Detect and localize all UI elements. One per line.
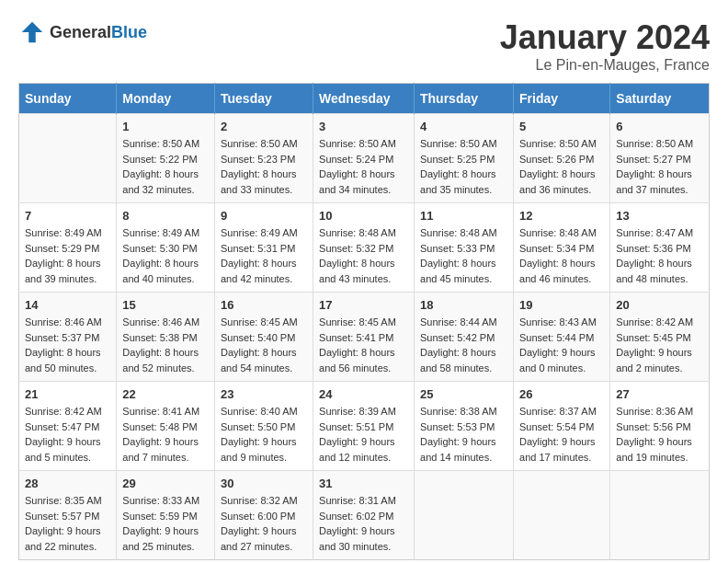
day-info: Sunrise: 8:46 AM Sunset: 5:37 PM Dayligh… [25, 315, 110, 375]
calendar-week-row: 7Sunrise: 8:49 AM Sunset: 5:29 PM Daylig… [19, 203, 710, 293]
day-info: Sunrise: 8:50 AM Sunset: 5:22 PM Dayligh… [122, 136, 209, 197]
day-info: Sunrise: 8:39 AM Sunset: 5:51 PM Dayligh… [319, 404, 408, 465]
calendar-body: 1Sunrise: 8:50 AM Sunset: 5:22 PM Daylig… [19, 114, 710, 560]
day-number: 13 [616, 209, 703, 223]
logo-text-general: General [50, 23, 111, 41]
day-info: Sunrise: 8:40 AM Sunset: 5:50 PM Dayligh… [221, 404, 307, 465]
calendar-cell: 5Sunrise: 8:50 AM Sunset: 5:26 PM Daylig… [514, 114, 610, 203]
calendar-cell: 19Sunrise: 8:43 AM Sunset: 5:44 PM Dayli… [514, 293, 610, 382]
day-number: 24 [319, 387, 408, 401]
calendar-cell: 18Sunrise: 8:44 AM Sunset: 5:42 PM Dayli… [415, 293, 514, 382]
month-year: January 2024 [500, 18, 710, 57]
day-number: 19 [519, 298, 604, 312]
day-number: 4 [420, 120, 507, 133]
calendar-cell: 15Sunrise: 8:46 AM Sunset: 5:38 PM Dayli… [117, 293, 215, 382]
calendar-cell: 8Sunrise: 8:49 AM Sunset: 5:30 PM Daylig… [117, 203, 215, 293]
calendar-cell: 2Sunrise: 8:50 AM Sunset: 5:23 PM Daylig… [215, 114, 313, 203]
day-number: 11 [420, 209, 507, 223]
calendar-cell: 1Sunrise: 8:50 AM Sunset: 5:22 PM Daylig… [117, 114, 215, 203]
day-info: Sunrise: 8:46 AM Sunset: 5:38 PM Dayligh… [122, 315, 209, 375]
calendar-cell [610, 471, 710, 560]
logo-text-blue: Blue [111, 23, 147, 41]
calendar-table: SundayMondayTuesdayWednesdayThursdayFrid… [18, 83, 710, 560]
calendar-week-row: 21Sunrise: 8:42 AM Sunset: 5:47 PM Dayli… [19, 382, 710, 471]
day-info: Sunrise: 8:31 AM Sunset: 6:02 PM Dayligh… [319, 493, 408, 554]
day-number: 25 [420, 387, 507, 401]
weekday-header: Wednesday [313, 84, 415, 114]
day-number: 6 [616, 120, 703, 133]
calendar-cell: 3Sunrise: 8:50 AM Sunset: 5:24 PM Daylig… [313, 114, 415, 203]
day-number: 10 [319, 209, 408, 223]
day-number: 18 [420, 298, 507, 312]
calendar-week-row: 14Sunrise: 8:46 AM Sunset: 5:37 PM Dayli… [19, 293, 710, 382]
day-info: Sunrise: 8:32 AM Sunset: 6:00 PM Dayligh… [221, 493, 307, 554]
calendar-cell: 31Sunrise: 8:31 AM Sunset: 6:02 PM Dayli… [313, 471, 415, 560]
calendar-cell: 27Sunrise: 8:36 AM Sunset: 5:56 PM Dayli… [610, 382, 710, 471]
calendar-cell: 14Sunrise: 8:46 AM Sunset: 5:37 PM Dayli… [19, 293, 117, 382]
day-info: Sunrise: 8:49 AM Sunset: 5:31 PM Dayligh… [221, 225, 307, 286]
day-number: 9 [221, 209, 307, 223]
day-info: Sunrise: 8:49 AM Sunset: 5:29 PM Dayligh… [25, 225, 110, 286]
day-info: Sunrise: 8:50 AM Sunset: 5:27 PM Dayligh… [616, 136, 703, 197]
day-number: 30 [221, 477, 307, 490]
calendar-cell: 9Sunrise: 8:49 AM Sunset: 5:31 PM Daylig… [215, 203, 313, 293]
day-info: Sunrise: 8:50 AM Sunset: 5:24 PM Dayligh… [319, 136, 408, 197]
day-info: Sunrise: 8:38 AM Sunset: 5:53 PM Dayligh… [420, 404, 507, 465]
day-number: 2 [221, 120, 307, 133]
weekday-header: Tuesday [215, 84, 313, 114]
calendar-cell: 22Sunrise: 8:41 AM Sunset: 5:48 PM Dayli… [117, 382, 215, 471]
day-info: Sunrise: 8:48 AM Sunset: 5:34 PM Dayligh… [519, 225, 604, 286]
calendar-cell: 10Sunrise: 8:48 AM Sunset: 5:32 PM Dayli… [313, 203, 415, 293]
day-info: Sunrise: 8:41 AM Sunset: 5:48 PM Dayligh… [122, 404, 209, 465]
calendar-cell [415, 471, 514, 560]
calendar-week-row: 1Sunrise: 8:50 AM Sunset: 5:22 PM Daylig… [19, 114, 710, 203]
logo-icon [18, 18, 46, 46]
calendar-cell: 7Sunrise: 8:49 AM Sunset: 5:29 PM Daylig… [19, 203, 117, 293]
calendar-cell: 13Sunrise: 8:47 AM Sunset: 5:36 PM Dayli… [610, 203, 710, 293]
calendar-cell [514, 471, 610, 560]
location: Le Pin-en-Mauges, France [500, 57, 710, 74]
weekday-header: Saturday [610, 84, 710, 114]
calendar-cell: 4Sunrise: 8:50 AM Sunset: 5:25 PM Daylig… [415, 114, 514, 203]
day-number: 31 [319, 477, 408, 490]
day-info: Sunrise: 8:47 AM Sunset: 5:36 PM Dayligh… [616, 225, 703, 286]
calendar-cell: 17Sunrise: 8:45 AM Sunset: 5:41 PM Dayli… [313, 293, 415, 382]
day-info: Sunrise: 8:45 AM Sunset: 5:41 PM Dayligh… [319, 315, 408, 375]
day-number: 15 [122, 298, 209, 312]
calendar-cell: 24Sunrise: 8:39 AM Sunset: 5:51 PM Dayli… [313, 382, 415, 471]
weekday-header: Thursday [415, 84, 514, 114]
day-number: 17 [319, 298, 408, 312]
calendar-cell: 20Sunrise: 8:42 AM Sunset: 5:45 PM Dayli… [610, 293, 710, 382]
title-area: January 2024 Le Pin-en-Mauges, France [500, 18, 710, 74]
svg-marker-0 [22, 22, 43, 43]
logo: GeneralBlue [18, 18, 147, 46]
calendar-cell: 29Sunrise: 8:33 AM Sunset: 5:59 PM Dayli… [117, 471, 215, 560]
weekday-header: Sunday [19, 84, 117, 114]
day-number: 27 [616, 387, 703, 401]
calendar-cell: 25Sunrise: 8:38 AM Sunset: 5:53 PM Dayli… [415, 382, 514, 471]
day-info: Sunrise: 8:50 AM Sunset: 5:26 PM Dayligh… [519, 136, 604, 197]
calendar-cell: 21Sunrise: 8:42 AM Sunset: 5:47 PM Dayli… [19, 382, 117, 471]
day-info: Sunrise: 8:48 AM Sunset: 5:32 PM Dayligh… [319, 225, 408, 286]
day-info: Sunrise: 8:45 AM Sunset: 5:40 PM Dayligh… [221, 315, 307, 375]
day-info: Sunrise: 8:36 AM Sunset: 5:56 PM Dayligh… [616, 404, 703, 465]
day-number: 8 [122, 209, 209, 223]
header: GeneralBlue January 2024 Le Pin-en-Mauge… [18, 18, 710, 74]
day-info: Sunrise: 8:42 AM Sunset: 5:45 PM Dayligh… [616, 315, 703, 375]
day-number: 26 [519, 387, 604, 401]
weekday-header: Monday [117, 84, 215, 114]
day-number: 5 [519, 120, 604, 133]
day-number: 1 [122, 120, 209, 133]
day-number: 20 [616, 298, 703, 312]
calendar-cell: 6Sunrise: 8:50 AM Sunset: 5:27 PM Daylig… [610, 114, 710, 203]
day-number: 28 [25, 477, 110, 490]
day-info: Sunrise: 8:44 AM Sunset: 5:42 PM Dayligh… [420, 315, 507, 375]
calendar-cell: 11Sunrise: 8:48 AM Sunset: 5:33 PM Dayli… [415, 203, 514, 293]
day-info: Sunrise: 8:49 AM Sunset: 5:30 PM Dayligh… [122, 225, 209, 286]
day-number: 3 [319, 120, 408, 133]
day-number: 29 [122, 477, 209, 490]
day-info: Sunrise: 8:50 AM Sunset: 5:25 PM Dayligh… [420, 136, 507, 197]
day-number: 22 [122, 387, 209, 401]
day-number: 21 [25, 387, 110, 401]
calendar-week-row: 28Sunrise: 8:35 AM Sunset: 5:57 PM Dayli… [19, 471, 710, 560]
